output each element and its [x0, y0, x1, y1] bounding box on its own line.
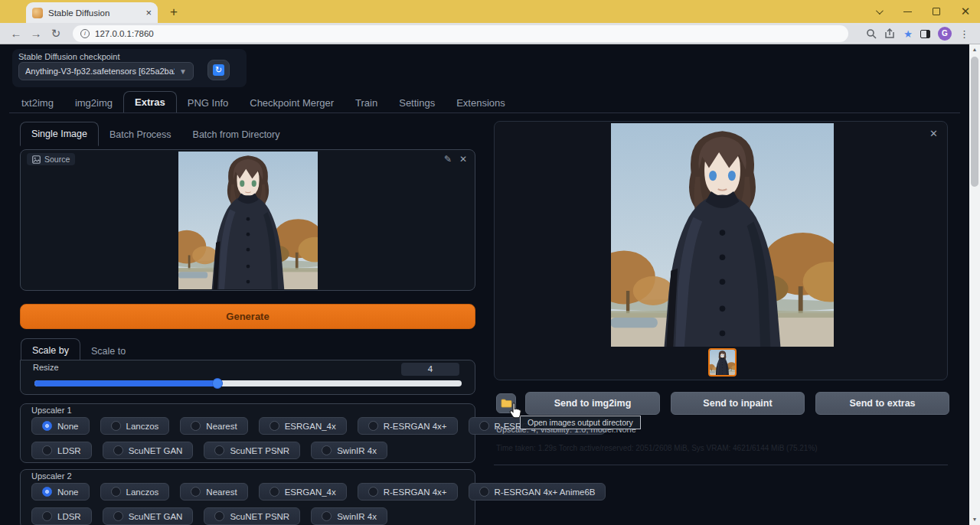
send-to-extras-button[interactable]: Send to extras [815, 392, 949, 415]
restore-icon[interactable] [922, 0, 951, 23]
tab-close-icon[interactable]: × [145, 7, 152, 18]
tab-checkpoint-merger[interactable]: Checkpoint Merger [239, 93, 345, 113]
upscaler2-option-resrgan-anime6b[interactable]: R-ESRGAN 4x+ Anime6B [469, 483, 606, 501]
back-icon[interactable]: ← [6, 27, 26, 40]
radio-icon [214, 445, 224, 455]
upscaler2-option-scunet-psnr[interactable]: ScuNET PSNR [204, 507, 300, 525]
send-to-inpaint-button[interactable]: Send to inpaint [671, 392, 805, 415]
checkpoint-label: Stable Diffusion checkpoint [18, 52, 120, 61]
bookmark-star-icon[interactable]: ★ [903, 29, 913, 39]
resize-panel: Resize 4 [20, 360, 475, 395]
scroll-up-icon[interactable]: ▲ [969, 44, 980, 55]
send-to-img2img-button[interactable]: Send to img2img [525, 392, 660, 415]
radio-icon [214, 511, 224, 521]
window-chevron-icon[interactable] [864, 0, 893, 23]
upscaler1-option-nearest[interactable]: Nearest [180, 417, 247, 435]
favicon-icon [32, 8, 43, 18]
upscaler-2-label: Upscaler 2 [31, 471, 72, 481]
tab-extensions[interactable]: Extensions [446, 93, 516, 113]
upscaler1-option-esrgan4x[interactable]: ESRGAN_4x [259, 417, 347, 435]
radio-icon [270, 487, 279, 497]
subtab-batch-process[interactable]: Batch Process [99, 123, 182, 146]
source-label: Source [44, 155, 70, 164]
upscaler2-option-lanczos[interactable]: Lanczos [100, 483, 170, 501]
radio-icon [368, 421, 378, 431]
radio-icon [368, 487, 378, 497]
refresh-checkpoints-button[interactable]: ↻ [207, 60, 230, 80]
image-icon [32, 155, 41, 164]
upscaler1-option-scunet-gan[interactable]: ScuNET GAN [103, 442, 194, 459]
upscaler2-option-ldsr[interactable]: LDSR [31, 507, 92, 525]
scrollbar[interactable]: ▲ ▼ [969, 44, 980, 525]
result-thumbnail[interactable] [708, 348, 737, 377]
subtab-single-image[interactable]: Single Image [20, 122, 99, 146]
radio-icon [42, 487, 52, 497]
close-icon[interactable]: ✕ [951, 0, 980, 23]
radio-icon [322, 445, 332, 455]
upscaler2-option-none[interactable]: None [31, 483, 90, 501]
subtab-batch-from-directory[interactable]: Batch from Directory [182, 123, 291, 146]
new-tab-button[interactable]: + [165, 5, 182, 21]
source-image-dropzone[interactable]: Source ✎ ✕ [20, 149, 475, 291]
radio-icon [113, 445, 123, 455]
upscaler1-option-scunet-psnr[interactable]: ScuNET PSNR [204, 442, 300, 459]
resize-label: Resize [33, 363, 59, 372]
tab-extras[interactable]: Extras [123, 91, 177, 113]
upscaler2-option-esrgan4x[interactable]: ESRGAN_4x [259, 483, 347, 501]
divider [9, 112, 960, 113]
avatar[interactable]: G [938, 27, 952, 41]
site-info-icon[interactable]: i [80, 29, 90, 38]
browser-tab[interactable]: Stable Diffusion × [26, 2, 158, 23]
zoom-icon[interactable] [866, 28, 877, 39]
reload-icon[interactable]: ↻ [46, 27, 66, 41]
edit-pencil-icon[interactable]: ✎ [444, 154, 452, 165]
resize-value-input[interactable]: 4 [401, 363, 459, 376]
scrollbar-thumb[interactable] [971, 57, 978, 187]
tooltip: Open images output directory [520, 416, 641, 429]
browser-tab-strip: Stable Diffusion × + ✕ [0, 0, 980, 23]
divider [494, 465, 948, 465]
share-icon[interactable] [884, 28, 896, 39]
tab-img2img[interactable]: img2img [64, 93, 123, 113]
tab-txt2img[interactable]: txt2img [11, 93, 64, 113]
radio-icon [42, 511, 52, 521]
upscaler1-option-ldsr[interactable]: LDSR [31, 442, 92, 459]
slider-handle[interactable] [212, 378, 223, 389]
screen: Stable Diffusion × + ✕ ← → ↻ i 127.0.0.1… [0, 0, 980, 525]
upscaler2-option-nearest[interactable]: Nearest [180, 483, 247, 501]
result-gallery: ✕ [494, 121, 948, 380]
upscaler2-option-swinir4x[interactable]: SwinIR 4x [311, 507, 387, 525]
source-image[interactable] [178, 152, 318, 289]
upscaler1-option-resrgan4x[interactable]: R-ESRGAN 4x+ [358, 417, 458, 435]
url-text: 127.0.0.1:7860 [95, 29, 154, 38]
side-panel-icon[interactable] [920, 30, 930, 38]
forward-icon[interactable]: → [26, 27, 46, 40]
upscaler1-option-swinir4x[interactable]: SwinIR 4x [311, 442, 387, 459]
checkpoint-value: Anything-V3-fp32.safetensors [625a2ba2] [25, 67, 175, 76]
upscaler2-option-resrgan4x[interactable]: R-ESRGAN 4x+ [358, 483, 458, 501]
radio-icon [111, 421, 121, 431]
scroll-down-icon[interactable]: ▼ [969, 514, 980, 525]
minimize-icon[interactable] [893, 0, 922, 23]
tab-settings[interactable]: Settings [388, 93, 446, 113]
upscaler1-option-none[interactable]: None [31, 417, 90, 435]
upscaler1-option-lanczos[interactable]: Lanczos [100, 417, 170, 435]
upscaler2-option-scunet-gan[interactable]: ScuNET GAN [103, 507, 194, 525]
chevron-down-icon: ▼ [179, 67, 187, 76]
radio-icon [113, 511, 123, 521]
url-bar[interactable]: i 127.0.0.1:7860 [73, 25, 848, 42]
generate-button[interactable]: Generate [20, 304, 475, 329]
radio-icon [42, 421, 52, 431]
clear-image-icon[interactable]: ✕ [459, 154, 467, 165]
upscaler-1-panel: Upscaler 1 None Lanczos Nearest ESRGAN_4… [20, 403, 475, 463]
menu-dots-icon[interactable]: ⋮ [959, 28, 969, 40]
radio-icon [191, 487, 201, 497]
resize-slider[interactable] [34, 380, 462, 386]
tab-train[interactable]: Train [345, 93, 388, 113]
checkpoint-dropdown[interactable]: Anything-V3-fp32.safetensors [625a2ba2] … [18, 62, 194, 80]
tab-png-info[interactable]: PNG Info [177, 93, 239, 113]
result-image[interactable] [611, 123, 834, 347]
gallery-close-icon[interactable]: ✕ [929, 128, 938, 139]
upscaler-2-panel: Upscaler 2 None Lanczos Nearest ESRGAN_4… [20, 469, 475, 525]
radio-icon [270, 421, 279, 431]
